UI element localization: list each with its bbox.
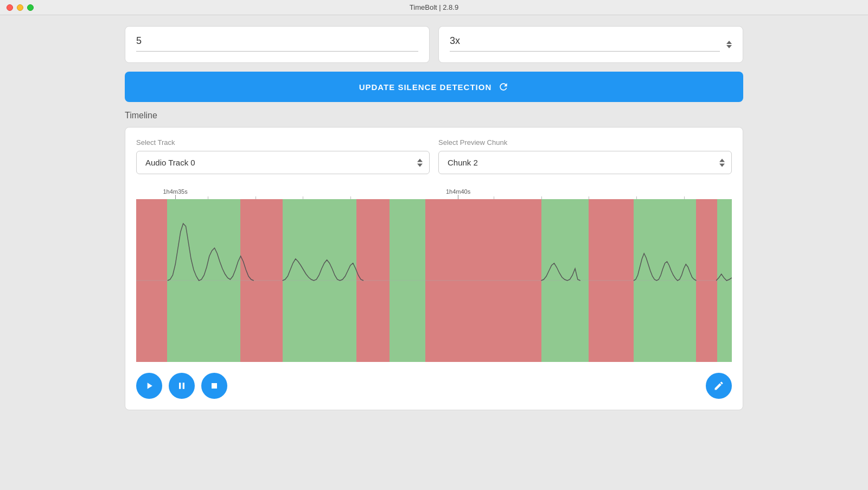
time-label-2: 1h4m40s bbox=[446, 188, 470, 195]
speed-factor-value: 3x bbox=[450, 35, 460, 46]
speed-field-underline: 3x bbox=[450, 35, 720, 52]
speed-stepper-wrapper: 3x bbox=[450, 35, 732, 54]
select-chunk-label: Select Preview Chunk bbox=[438, 138, 732, 147]
time-label-1: 1h4m35s bbox=[163, 188, 187, 195]
maximize-button[interactable] bbox=[27, 4, 34, 11]
update-silence-detection-button[interactable]: UPDATE SILENCE DETECTION bbox=[125, 72, 743, 102]
minimize-button[interactable] bbox=[17, 4, 23, 11]
playback-controls bbox=[136, 373, 732, 399]
waveform-visual bbox=[136, 199, 732, 362]
stop-icon bbox=[209, 380, 220, 391]
play-button[interactable] bbox=[136, 373, 162, 399]
stepper-up-arrow bbox=[726, 41, 732, 44]
silence-threshold-card: 5 bbox=[125, 26, 430, 63]
traffic-lights bbox=[7, 4, 34, 11]
time-ruler: 1h4m35s 1h4m40s bbox=[136, 185, 732, 199]
main-content: 5 3x UPDATE SILENCE DETECTION Timeline bbox=[0, 15, 868, 490]
tick-line-1 bbox=[175, 195, 176, 199]
fields-row: 5 3x bbox=[125, 26, 743, 63]
select-track-label: Select Track bbox=[136, 138, 430, 147]
speed-stepper-button[interactable] bbox=[726, 41, 732, 48]
titlebar: TimeBolt | 2.8.9 bbox=[0, 0, 868, 15]
time-tick-2: 1h4m40s bbox=[446, 188, 470, 199]
refresh-icon bbox=[498, 81, 509, 92]
silence-threshold-value: 5 bbox=[136, 35, 142, 46]
close-button[interactable] bbox=[7, 4, 13, 11]
select-chunk-group: Select Preview Chunk Chunk 1 Chunk 2 Chu… bbox=[438, 138, 732, 174]
field-underline: 5 bbox=[136, 35, 418, 52]
edit-button[interactable] bbox=[706, 373, 732, 399]
select-chunk-wrapper: Chunk 1 Chunk 2 Chunk 3 bbox=[438, 151, 732, 174]
window-title: TimeBolt | 2.8.9 bbox=[410, 3, 458, 11]
pause-button[interactable] bbox=[169, 373, 195, 399]
timeline-section: Timeline Select Track Audio Track 0 Audi… bbox=[125, 111, 743, 410]
select-chunk-dropdown[interactable]: Chunk 1 Chunk 2 Chunk 3 bbox=[439, 151, 731, 174]
select-track-group: Select Track Audio Track 0 Audio Track 1… bbox=[136, 138, 430, 174]
tick-line-2 bbox=[458, 195, 458, 199]
pause-icon bbox=[176, 380, 187, 391]
time-tick-1: 1h4m35s bbox=[163, 188, 187, 199]
select-row: Select Track Audio Track 0 Audio Track 1… bbox=[136, 138, 732, 174]
stop-button[interactable] bbox=[201, 373, 227, 399]
pencil-icon bbox=[713, 380, 724, 391]
select-track-dropdown[interactable]: Audio Track 0 Audio Track 1 Video Track … bbox=[137, 151, 429, 174]
update-button-label: UPDATE SILENCE DETECTION bbox=[359, 82, 492, 92]
timeline-card: Select Track Audio Track 0 Audio Track 1… bbox=[125, 127, 743, 410]
timeline-section-label: Timeline bbox=[125, 111, 743, 120]
speed-factor-card: 3x bbox=[438, 26, 743, 63]
select-track-wrapper: Audio Track 0 Audio Track 1 Video Track … bbox=[136, 151, 430, 174]
controls-left bbox=[136, 373, 227, 399]
play-icon bbox=[144, 380, 155, 391]
waveform-container[interactable]: 1h4m35s 1h4m40s bbox=[136, 185, 732, 364]
stepper-down-arrow bbox=[726, 45, 732, 48]
waveform-svg bbox=[136, 199, 732, 362]
